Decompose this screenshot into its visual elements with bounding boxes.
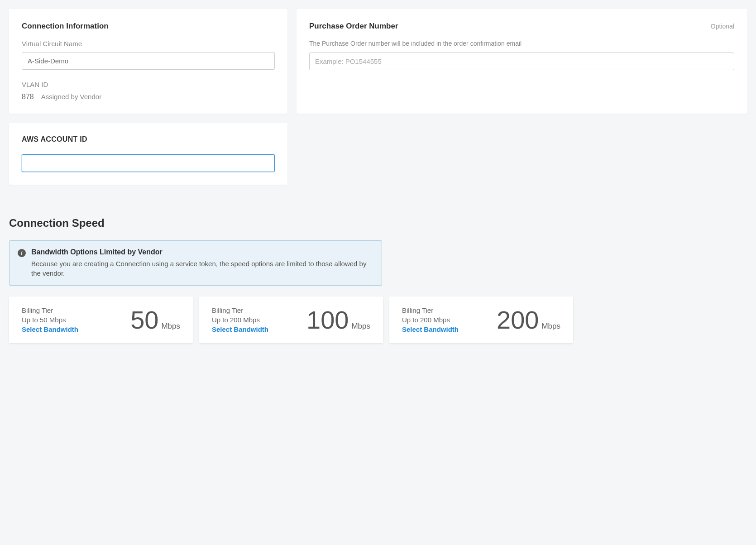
billing-tier-label: Billing Tier <box>402 306 459 314</box>
speed-unit: Mbps <box>161 322 180 331</box>
connection-info-title: Connection Information <box>22 22 275 31</box>
virtual-circuit-name-input[interactable] <box>22 52 275 70</box>
aws-account-id-card: AWS ACCOUNT ID <box>9 123 287 185</box>
vlan-id-label: VLAN ID <box>22 81 275 88</box>
bandwidth-banner-title: Bandwidth Options Limited by Vendor <box>31 248 373 256</box>
billing-tier-label: Billing Tier <box>22 306 78 314</box>
speed-value: 200 <box>497 307 539 333</box>
select-bandwidth-link[interactable]: Select Bandwidth <box>402 325 459 333</box>
aws-account-id-title: AWS ACCOUNT ID <box>22 135 275 143</box>
speed-value: 50 <box>130 307 158 333</box>
select-bandwidth-link[interactable]: Select Bandwidth <box>22 325 78 333</box>
purchase-order-help-text: The Purchase Order number will be includ… <box>309 40 734 47</box>
speed-unit: Mbps <box>541 322 560 331</box>
purchase-order-input[interactable] <box>309 53 734 70</box>
bandwidth-option-100[interactable]: Billing Tier Up to 200 Mbps Select Bandw… <box>199 296 383 343</box>
bandwidth-banner-text: Because you are creating a Connection us… <box>31 259 373 278</box>
section-divider <box>9 203 747 203</box>
billing-tier-upto: Up to 50 Mbps <box>22 316 78 324</box>
purchase-order-card: Purchase Order Number Optional The Purch… <box>297 9 747 114</box>
connection-information-card: Connection Information Virtual Circuit N… <box>9 9 287 114</box>
purchase-order-title: Purchase Order Number <box>309 22 398 31</box>
speed-unit: Mbps <box>351 322 370 331</box>
vlan-id-value: 878 <box>22 93 34 101</box>
virtual-circuit-name-label: Virtual Circuit Name <box>22 40 275 48</box>
bandwidth-limited-banner: i Bandwidth Options Limited by Vendor Be… <box>9 240 382 286</box>
vlan-assigned-by-vendor: Assigned by Vendor <box>41 93 101 100</box>
bandwidth-option-50[interactable]: Billing Tier Up to 50 Mbps Select Bandwi… <box>9 296 193 343</box>
connection-speed-title: Connection Speed <box>9 217 747 229</box>
purchase-order-optional-label: Optional <box>711 23 734 30</box>
billing-tier-upto: Up to 200 Mbps <box>212 316 268 324</box>
aws-account-id-input[interactable] <box>22 154 275 172</box>
info-icon: i <box>18 249 26 257</box>
billing-tier-label: Billing Tier <box>212 306 268 314</box>
speed-value: 100 <box>306 307 349 333</box>
billing-tier-upto: Up to 200 Mbps <box>402 316 459 324</box>
bandwidth-options-grid: Billing Tier Up to 50 Mbps Select Bandwi… <box>9 296 747 343</box>
select-bandwidth-link[interactable]: Select Bandwidth <box>212 325 268 333</box>
bandwidth-option-200[interactable]: Billing Tier Up to 200 Mbps Select Bandw… <box>389 296 573 343</box>
